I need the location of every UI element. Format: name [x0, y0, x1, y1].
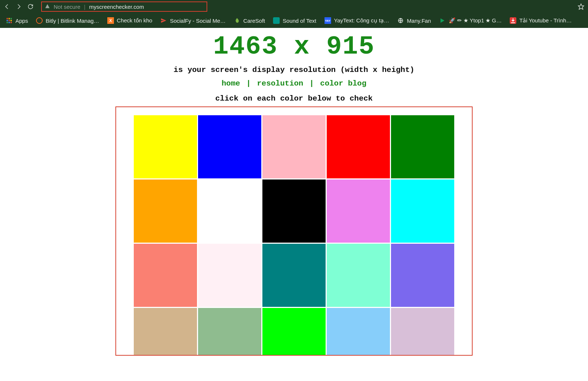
bookmark-item[interactable]: SocialFy - Social Me… [158, 16, 228, 25]
color-swatch[interactable] [198, 308, 261, 355]
svg-rect-4 [7, 20, 8, 21]
bookmark-item[interactable]: Many.Fan [395, 16, 433, 25]
color-swatch[interactable] [198, 179, 261, 243]
bookmark-favicon-yay: YAY [325, 17, 331, 24]
bookmark-item[interactable]: YAYYayText: Công cụ tạ… [322, 16, 391, 25]
bookmark-item[interactable]: Tải Youtube - Trình… [508, 16, 574, 25]
color-swatch[interactable] [262, 179, 326, 243]
color-swatch[interactable] [327, 308, 390, 355]
reload-button[interactable] [27, 3, 34, 10]
page-nav: home | resolution | color blog [222, 79, 366, 88]
color-swatch[interactable] [262, 244, 326, 307]
bookmark-label: Sound of Text [283, 18, 316, 24]
bookmark-favicon-dl [510, 17, 516, 24]
bookmark-item[interactable]: Sound of Text [271, 16, 318, 25]
svg-rect-7 [7, 22, 8, 23]
nav-resolution[interactable]: resolution [257, 79, 303, 88]
bookmark-label: Apps [15, 18, 28, 24]
bookmarks-bar: AppsBitly | Bitlink Manag…XCheck tồn kho… [0, 13, 588, 28]
bookmark-label: Check tồn kho [117, 17, 153, 24]
color-swatch[interactable] [134, 115, 197, 178]
color-swatch[interactable] [198, 244, 261, 307]
bookmark-favicon-globe [397, 17, 404, 24]
bookmark-favicon-apps [6, 17, 12, 24]
nav-separator: | [245, 79, 252, 88]
color-swatch[interactable] [134, 244, 197, 307]
bookmark-item[interactable]: CareSoft [232, 16, 267, 25]
address-bar[interactable]: Not secure | myscreenchecker.com [41, 1, 207, 12]
svg-rect-2 [8, 18, 10, 19]
svg-rect-3 [11, 18, 12, 19]
bookmark-item[interactable]: Apps [4, 16, 30, 25]
bookmark-star-button[interactable] [578, 3, 584, 10]
bookmark-label: SocialFy - Social Me… [170, 18, 226, 24]
color-grid [134, 115, 454, 355]
browser-url-bar: Not secure | myscreenchecker.com [0, 0, 588, 13]
color-swatch[interactable] [198, 115, 261, 178]
color-swatch[interactable] [391, 308, 454, 355]
bookmark-favicon-play [439, 17, 446, 24]
svg-rect-8 [8, 22, 10, 23]
bookmark-label: CareSoft [243, 18, 265, 24]
nav-color-blog[interactable]: color blog [320, 79, 366, 88]
bookmark-label: Bitly | Bitlink Manag… [46, 18, 99, 24]
resolution-heading: 1463 x 915 [213, 32, 375, 61]
bookmark-favicon-teal [273, 17, 280, 24]
resolution-subtitle: is your screen's display resolution (wid… [173, 66, 414, 74]
color-swatch[interactable] [327, 244, 390, 307]
address-separator: | [84, 4, 86, 10]
color-swatch[interactable] [134, 308, 197, 355]
color-swatch[interactable] [134, 179, 197, 243]
not-secure-icon [45, 4, 50, 10]
svg-rect-5 [8, 20, 10, 21]
color-grid-frame [115, 106, 473, 356]
svg-marker-0 [578, 4, 584, 10]
nav-home[interactable]: home [222, 79, 240, 88]
bookmark-favicon-bitly [36, 17, 43, 24]
bookmark-label: Many.Fan [407, 18, 431, 24]
color-swatch[interactable] [391, 115, 454, 178]
bookmark-favicon-plane [160, 17, 167, 24]
color-swatch[interactable] [262, 308, 326, 355]
nav-separator: | [308, 79, 316, 88]
back-button[interactable] [4, 3, 10, 10]
bookmark-favicon-xampp: X [107, 17, 114, 24]
svg-rect-9 [11, 22, 12, 23]
bookmark-label: 🚀 ✏ ★ Ytop1 ★ G… [449, 17, 502, 24]
bookmark-label: Tải Youtube - Trình… [519, 17, 571, 24]
color-swatch[interactable] [391, 244, 454, 307]
bookmark-item[interactable]: 🚀 ✏ ★ Ytop1 ★ G… [437, 16, 504, 25]
page-content: 1463 x 915 is your screen's display reso… [0, 28, 588, 356]
not-secure-label: Not secure [54, 4, 80, 10]
instruction-text: click on each color below to check [215, 94, 373, 103]
svg-rect-6 [11, 20, 12, 21]
bookmark-label: YayText: Công cụ tạ… [334, 17, 389, 24]
bookmark-item[interactable]: Bitly | Bitlink Manag… [34, 16, 101, 25]
bookmark-favicon-leaf [234, 17, 240, 24]
svg-rect-1 [7, 18, 8, 19]
color-swatch[interactable] [327, 115, 390, 178]
color-swatch[interactable] [262, 115, 326, 178]
bookmark-item[interactable]: XCheck tồn kho [105, 16, 155, 25]
color-swatch[interactable] [391, 179, 454, 243]
color-swatch[interactable] [327, 179, 390, 243]
forward-button[interactable] [15, 3, 22, 10]
address-url: myscreenchecker.com [89, 4, 144, 10]
